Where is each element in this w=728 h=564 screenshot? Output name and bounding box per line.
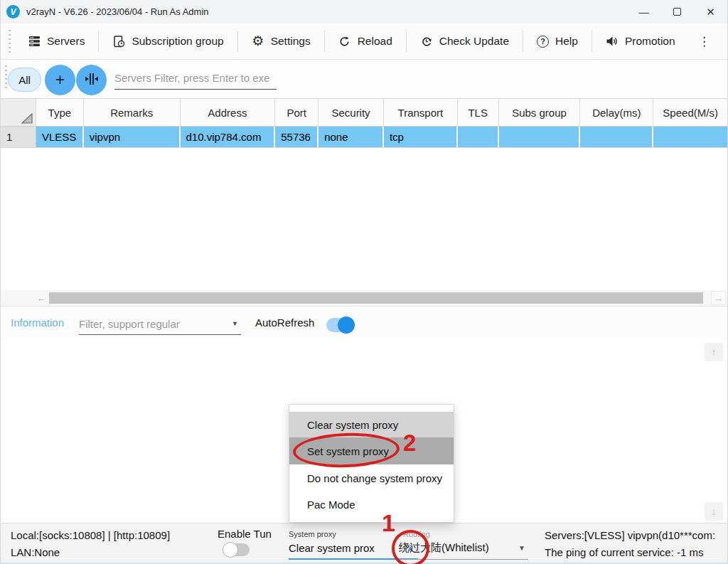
- column-header-remarks[interactable]: Remarks: [84, 99, 181, 126]
- settings-button[interactable]: ⚙ Settings: [238, 27, 324, 55]
- column-filter-button[interactable]: [76, 65, 107, 95]
- scroll-right-arrow-icon: →: [714, 293, 723, 304]
- reload-label: Reload: [358, 35, 392, 48]
- minimize-button[interactable]: —: [627, 0, 660, 23]
- server-table: Type Remarks Address Port Security Trans…: [1, 98, 727, 290]
- promotion-speaker-icon: [606, 35, 619, 48]
- autorefresh-label: AutoRefresh: [255, 316, 314, 329]
- cell-type[interactable]: VLESS: [36, 127, 84, 147]
- chevron-down-icon: ▼: [518, 544, 525, 552]
- toolbar-grip[interactable]: [9, 30, 11, 53]
- maximize-button[interactable]: [660, 0, 694, 23]
- system-proxy-select-value: Clear system prox: [289, 542, 407, 554]
- horizontal-scrollbar[interactable]: ← →: [1, 290, 727, 306]
- status-bar: Local:[socks:10808] | [http:10809] LAN:N…: [1, 523, 727, 564]
- servers-icon: [28, 35, 41, 48]
- scroll-to-bottom-button[interactable]: ↓: [705, 502, 723, 521]
- menu-item-do-not-change-system-proxy[interactable]: Do not change system proxy: [289, 464, 454, 491]
- cell-remarks[interactable]: vipvpn: [84, 127, 181, 147]
- information-label: Information: [11, 316, 64, 329]
- cell-tls[interactable]: [458, 127, 499, 147]
- reload-icon: [338, 35, 351, 48]
- close-icon: ✕: [706, 6, 715, 18]
- app-logo-letter: V: [10, 7, 16, 17]
- more-menu-button[interactable]: ⋮: [691, 31, 717, 52]
- row-number-cell[interactable]: 1: [1, 127, 36, 147]
- ping-status: The ping of current service: -1 ms: [545, 546, 703, 558]
- table-row[interactable]: 1 VLESS vipvpn d10.vip784.com 55736 none…: [1, 127, 727, 148]
- message-filter-combobox[interactable]: Filter, support regular ▼: [79, 313, 241, 335]
- all-tab-label: All: [18, 74, 31, 86]
- app-logo-icon: V: [6, 5, 20, 18]
- table-header-row: Type Remarks Address Port Security Trans…: [1, 99, 727, 127]
- help-icon: ?: [537, 36, 549, 48]
- scroll-right-button[interactable]: →: [711, 291, 726, 305]
- lan-status: LAN:None: [11, 546, 60, 558]
- servers-menu-button[interactable]: Servers: [14, 27, 98, 55]
- v2rayn-window: V v2rayN - V6.26 - 2023/06/04 - Run As A…: [0, 0, 728, 564]
- plus-icon: +: [55, 70, 65, 90]
- settings-gear-icon: ⚙: [252, 35, 264, 48]
- close-button[interactable]: ✕: [694, 0, 727, 23]
- subscription-all-tab[interactable]: All: [8, 68, 41, 92]
- check-update-label: Check Update: [439, 35, 509, 48]
- filterbar-grip[interactable]: [5, 65, 7, 88]
- cell-subs-group[interactable]: [499, 127, 581, 147]
- cell-speed[interactable]: [653, 127, 727, 147]
- chevron-down-icon: ▼: [232, 320, 238, 327]
- arrow-up-icon: ↑: [712, 346, 717, 358]
- scroll-to-top-button[interactable]: ↑: [705, 343, 723, 361]
- server-filter-placeholder: Servers Filter, press Enter to exe: [114, 68, 277, 88]
- minimize-icon: —: [639, 6, 649, 18]
- cell-delay[interactable]: [580, 127, 653, 147]
- help-qmark: ?: [540, 37, 545, 46]
- column-header-port[interactable]: Port: [275, 99, 318, 126]
- scrollbar-thumb[interactable]: [49, 292, 703, 304]
- subscription-group-button[interactable]: Subscription group: [99, 27, 237, 55]
- cell-transport[interactable]: tcp: [384, 127, 458, 147]
- menu-item-clear-system-proxy[interactable]: Clear system proxy: [289, 412, 454, 437]
- column-header-type[interactable]: Type: [36, 99, 84, 126]
- help-label: Help: [555, 35, 578, 48]
- column-header-delay[interactable]: Delay(ms): [580, 99, 653, 126]
- toggle-knob: [338, 316, 355, 334]
- maximize-icon: [673, 8, 681, 16]
- more-dots-icon: ⋮: [698, 35, 710, 48]
- promotion-button[interactable]: Promotion: [592, 27, 689, 55]
- information-bar: Information Filter, support regular ▼ Au…: [1, 307, 727, 340]
- server-filter-input[interactable]: Servers Filter, press Enter to exe: [114, 68, 277, 90]
- select-all-corner[interactable]: [1, 99, 36, 126]
- help-button[interactable]: ? Help: [523, 27, 592, 55]
- column-header-security[interactable]: Security: [318, 99, 384, 126]
- main-toolbar: Servers Subscription group ⚙ Settings Re…: [1, 23, 727, 60]
- enable-tun-toggle[interactable]: [224, 543, 250, 556]
- column-filter-icon: [85, 73, 99, 88]
- check-update-icon: [420, 35, 433, 48]
- column-header-speed[interactable]: Speed(M/s): [653, 99, 727, 126]
- column-header-transport[interactable]: Transport: [384, 99, 458, 126]
- select-all-triangle-icon: [21, 113, 33, 124]
- column-header-tls[interactable]: TLS: [458, 99, 499, 126]
- annotation-circle-step1: [392, 530, 429, 564]
- servers-menu-label: Servers: [47, 35, 85, 48]
- check-update-button[interactable]: Check Update: [407, 27, 523, 55]
- cell-port[interactable]: 55736: [275, 127, 318, 147]
- local-ports-status: Local:[socks:10808] | [http:10809]: [11, 529, 170, 541]
- scroll-left-arrow-icon[interactable]: ←: [35, 290, 48, 306]
- column-header-address[interactable]: Address: [181, 99, 276, 126]
- settings-label: Settings: [271, 35, 311, 48]
- current-server-status: Servers:[VLESS] vipvpn(d10***com:: [545, 529, 715, 541]
- reload-button[interactable]: Reload: [325, 27, 406, 55]
- title-bar[interactable]: V v2rayN - V6.26 - 2023/06/04 - Run As A…: [1, 0, 727, 23]
- annotation-number-1: 1: [382, 509, 395, 537]
- cell-security[interactable]: none: [318, 127, 384, 147]
- cell-address[interactable]: d10.vip784.com: [181, 127, 276, 147]
- annotation-number-2: 2: [403, 430, 416, 457]
- server-filter-bar: All + Servers Filter, press Enter to exe: [1, 60, 727, 98]
- column-header-subs-group[interactable]: Subs group: [499, 99, 581, 126]
- window-controls: — ✕: [627, 0, 727, 23]
- add-server-button[interactable]: +: [45, 65, 75, 95]
- autorefresh-toggle[interactable]: [326, 318, 353, 332]
- menu-item-pac-mode[interactable]: Pac Mode: [289, 491, 454, 517]
- subscription-group-label: Subscription group: [132, 35, 223, 48]
